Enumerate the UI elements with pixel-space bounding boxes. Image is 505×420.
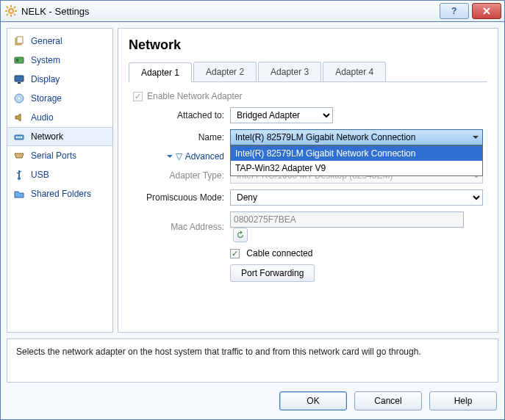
titlebar-help-button[interactable]: ?: [440, 3, 469, 19]
sidebar-label: USB: [31, 170, 49, 180]
titlebar-close-button[interactable]: [472, 3, 501, 19]
serial-ports-icon: [13, 150, 25, 162]
window-title: NELK - Settings: [21, 6, 440, 17]
promiscuous-mode-select[interactable]: Deny: [230, 189, 483, 206]
sidebar-item-general[interactable]: General: [7, 32, 112, 51]
cable-connected-label: Cable connected: [246, 248, 312, 258]
name-select[interactable]: Intel(R) 82579LM Gigabit Network Connect…: [230, 129, 483, 145]
svg-point-0: [9, 9, 13, 13]
system-icon: [13, 54, 25, 66]
sidebar-item-storage[interactable]: Storage: [7, 89, 112, 108]
help-button[interactable]: Help: [429, 391, 497, 410]
promiscuous-mode-label: Promiscuous Mode:: [133, 192, 230, 203]
svg-rect-12: [15, 57, 24, 63]
audio-icon: [13, 112, 25, 123]
enable-network-label: Enable Network Adapter: [147, 91, 242, 101]
svg-rect-15: [18, 82, 21, 84]
name-option-0[interactable]: Intel(R) 82579LM Gigabit Network Connect…: [231, 146, 482, 161]
sidebar-item-usb[interactable]: USB: [7, 165, 112, 184]
svg-line-7: [14, 7, 15, 8]
advanced-toggle[interactable]: ▽ Advanced: [167, 151, 224, 162]
page-title: Network: [129, 37, 487, 53]
svg-point-22: [18, 177, 21, 180]
sidebar-label: Serial Ports: [31, 151, 76, 161]
sidebar-label: Storage: [31, 93, 62, 104]
display-icon: [13, 73, 25, 85]
dialog-button-bar: OK Cancel Help: [7, 388, 498, 413]
svg-rect-11: [17, 37, 23, 43]
ok-button[interactable]: OK: [279, 391, 347, 410]
sidebar-label: General: [31, 36, 62, 46]
svg-line-5: [7, 7, 8, 8]
svg-rect-13: [16, 59, 18, 62]
main-panel: Network Adapter 1 Adapter 2 Adapter 3 Ad…: [118, 28, 498, 333]
tab-adapter-3[interactable]: Adapter 3: [258, 62, 321, 82]
cancel-button[interactable]: Cancel: [354, 391, 422, 410]
attached-to-label: Attached to:: [133, 110, 230, 120]
port-forwarding-button[interactable]: Port Forwarding: [230, 264, 315, 282]
attached-to-select[interactable]: Bridged Adapter: [230, 107, 333, 123]
svg-line-8: [7, 14, 8, 15]
advanced-toggle-cell: ▽ Advanced: [133, 151, 230, 162]
sidebar-label: Display: [31, 74, 60, 84]
refresh-icon: [236, 231, 245, 239]
tab-adapter-4[interactable]: Adapter 4: [323, 62, 386, 82]
sidebar-item-display[interactable]: Display: [7, 70, 112, 89]
cable-connected-checkbox[interactable]: [230, 249, 240, 258]
settings-sidebar: General System Display Storage Audio: [7, 28, 113, 333]
svg-rect-19: [16, 137, 18, 138]
shared-folders-icon: [13, 188, 25, 200]
adapter-tabs: Adapter 1 Adapter 2 Adapter 3 Adapter 4: [129, 62, 487, 82]
storage-icon: [13, 93, 25, 104]
sidebar-item-network[interactable]: Network: [7, 127, 112, 146]
sidebar-item-shared-folders[interactable]: Shared Folders: [7, 184, 112, 203]
sidebar-label: Audio: [31, 112, 54, 123]
sidebar-label: Network: [31, 131, 63, 142]
tab-adapter-1[interactable]: Adapter 1: [129, 62, 192, 82]
adapter-type-label: Adapter Type:: [133, 170, 230, 181]
mac-refresh-button[interactable]: [233, 228, 248, 242]
sidebar-item-system[interactable]: System: [7, 51, 112, 70]
name-select-value: Intel(R) 82579LM Gigabit Network Connect…: [235, 132, 415, 142]
svg-point-17: [18, 98, 21, 100]
mac-address-input: [230, 211, 464, 228]
general-icon: [13, 35, 25, 47]
sidebar-label: System: [31, 55, 60, 65]
name-label: Name:: [133, 132, 230, 142]
svg-line-6: [14, 14, 15, 15]
tab-adapter-2[interactable]: Adapter 2: [193, 62, 257, 82]
usb-icon: [13, 169, 25, 181]
sidebar-label: Shared Folders: [31, 189, 91, 199]
enable-network-checkbox: [133, 92, 143, 101]
app-gear-icon: [5, 5, 17, 17]
name-dropdown-list: Intel(R) 82579LM Gigabit Network Connect…: [230, 145, 483, 176]
titlebar: NELK - Settings ?: [0, 0, 505, 22]
svg-text:?: ?: [451, 7, 456, 15]
description-box: Selects the network adapter on the host …: [7, 338, 498, 383]
mac-address-label: Mac Address:: [133, 222, 230, 232]
name-option-1[interactable]: TAP-Win32 Adapter V9: [231, 161, 482, 175]
sidebar-item-serial-ports[interactable]: Serial Ports: [7, 146, 112, 165]
sidebar-item-audio[interactable]: Audio: [7, 108, 112, 127]
svg-rect-21: [21, 137, 22, 138]
svg-rect-20: [18, 137, 20, 138]
svg-rect-14: [15, 76, 24, 82]
network-icon: [13, 131, 25, 142]
